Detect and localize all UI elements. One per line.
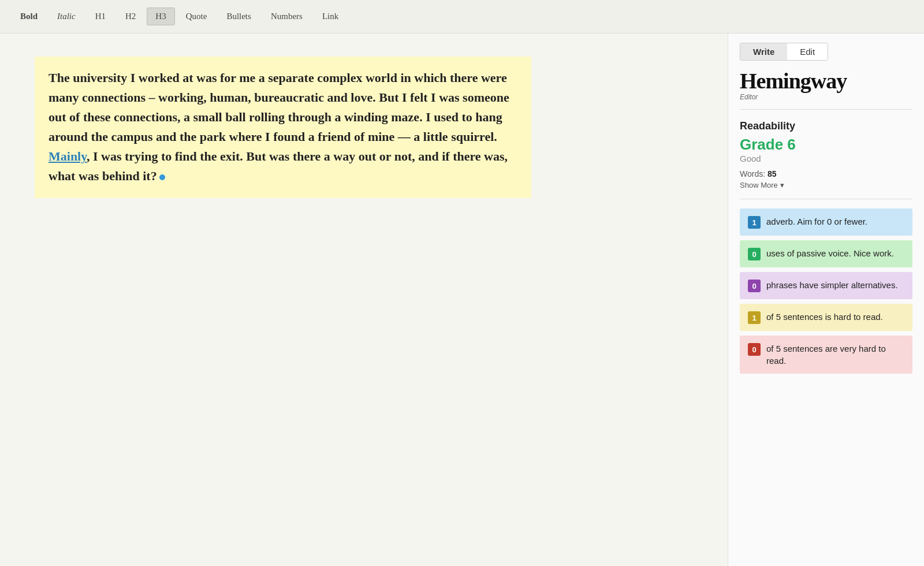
hard-stat-text: of 5 sentences is hard to read. — [766, 311, 883, 323]
stats-list: 1 adverb. Aim for 0 or fewer. 0 uses of … — [740, 208, 912, 378]
quote-button[interactable]: Quote — [177, 8, 216, 25]
passive-stat-text: uses of passive voice. Nice work. — [766, 247, 894, 259]
passive-stat-card: 0 uses of passive voice. Nice work. — [740, 240, 912, 267]
simpler-stat-card: 0 phrases have simpler alternatives. — [740, 272, 912, 299]
logo-title: Hemingway — [740, 70, 912, 92]
formatting-toolbar: Bold Italic H1 H2 H3 Quote Bullets Numbe… — [0, 0, 924, 33]
sidebar: Write Edit Hemingway Editor Readability … — [728, 33, 924, 566]
hard-count-badge: 1 — [748, 311, 761, 324]
logo-area: Hemingway Editor — [740, 70, 912, 110]
text-before-adverb: The university I worked at was for me a … — [49, 70, 509, 144]
show-more-button[interactable]: Show More ▾ — [740, 181, 912, 189]
passive-count-badge: 0 — [748, 248, 761, 260]
words-label: Words: — [740, 169, 765, 178]
adverb-word: Mainly — [49, 149, 87, 163]
logo-subtitle: Editor — [740, 93, 912, 101]
text-cursor — [159, 174, 165, 180]
mode-toggle: Write Edit — [740, 43, 828, 61]
adverb-count-badge: 1 — [748, 216, 761, 229]
h1-button[interactable]: H1 — [87, 8, 114, 25]
simpler-stat-text: phrases have simpler alternatives. — [766, 279, 898, 291]
main-layout: The university I worked at was for me a … — [0, 33, 924, 566]
readability-section: Readability Grade 6 Good Words: 85 Show … — [740, 120, 912, 199]
numbers-button[interactable]: Numbers — [262, 8, 311, 25]
very-hard-stat-text: of 5 sentences are very hard to read. — [766, 342, 904, 367]
readability-title: Readability — [740, 120, 912, 132]
write-mode-button[interactable]: Write — [740, 43, 787, 60]
link-button[interactable]: Link — [314, 8, 347, 25]
simpler-count-badge: 0 — [748, 280, 761, 292]
h2-button[interactable]: H2 — [117, 8, 144, 25]
editor-content[interactable]: The university I worked at was for me a … — [35, 57, 531, 198]
grade-descriptor: Good — [740, 154, 912, 163]
text-after-adverb: , I was trying to find the exit. But was… — [49, 149, 508, 183]
words-count: 85 — [767, 169, 777, 178]
words-line: Words: 85 — [740, 169, 912, 178]
grade-level: Grade 6 — [740, 136, 912, 154]
adverb-stat-card: 1 adverb. Aim for 0 or fewer. — [740, 208, 912, 236]
edit-mode-button[interactable]: Edit — [787, 43, 828, 60]
very-hard-stat-card: 0 of 5 sentences are very hard to read. — [740, 336, 912, 374]
bullets-button[interactable]: Bullets — [218, 8, 260, 25]
very-hard-count-badge: 0 — [748, 343, 761, 356]
h3-button[interactable]: H3 — [147, 8, 174, 25]
italic-button[interactable]: Italic — [49, 8, 84, 25]
adverb-stat-text: adverb. Aim for 0 or fewer. — [766, 215, 867, 228]
chevron-down-icon: ▾ — [780, 181, 784, 189]
editor-area[interactable]: The university I worked at was for me a … — [0, 33, 728, 566]
bold-button[interactable]: Bold — [12, 8, 46, 25]
hard-stat-card: 1 of 5 sentences is hard to read. — [740, 304, 912, 331]
